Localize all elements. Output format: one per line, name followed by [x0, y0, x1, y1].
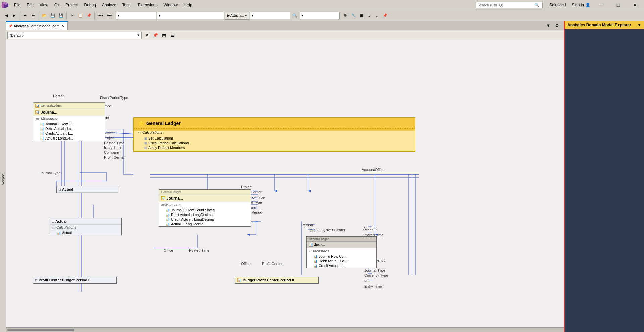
node-gl-journal-tl-measures-label: ▭ Measures [33, 116, 105, 122]
node-journal-mid-item1: 📊 Journal 0 Row Count : Integ... [159, 208, 251, 212]
attach-icon: ▶ [227, 13, 230, 18]
copy-button[interactable]: 📋 [76, 12, 85, 20]
more-button[interactable]: ‥ [373, 12, 381, 20]
menu-window[interactable]: Window [161, 2, 180, 8]
context-dropdown[interactable]: (Default) ▾ [7, 32, 142, 39]
menu-file[interactable]: File [11, 2, 23, 8]
redo2-button[interactable]: ↪▾ [105, 12, 114, 20]
actual2-icon: □ [52, 220, 54, 223]
canvas-scroll[interactable]: Person FiscalPeriodType Office Departmen… [6, 40, 564, 332]
search-input[interactable] [477, 3, 534, 7]
node-actual-1-title: Actual [62, 187, 73, 191]
journal-mid-icon: 📊 [161, 196, 165, 200]
node-actual-1[interactable]: □ Actual [56, 186, 118, 193]
paste-button[interactable]: 📌 [85, 12, 93, 20]
node-pcbp0-title: Profit Center Budget Period 0 [39, 278, 90, 282]
tab-analytics-domain-model[interactable]: 📌 AnalyticsDomainModel.adm ✕ [6, 21, 68, 30]
node-journal-mid-item2: 📊 Debit Actual : LongDecimal [159, 212, 251, 217]
node-gl-journal-tl-item3: 📊 Credit Actual : L... [33, 131, 105, 136]
tab-overflow-button[interactable]: ▼ [545, 22, 552, 30]
measure-icon-2: 📊 [40, 127, 44, 131]
label-account: Account [103, 131, 117, 135]
branch-dropdown[interactable]: ▾ [300, 12, 340, 19]
save-button[interactable]: 💾 [49, 12, 57, 20]
context-dropdown-arrow: ▾ [137, 33, 139, 37]
node-actual-2[interactable]: □ Actual ▭ Calculations 📊 Actual [50, 218, 122, 235]
toolbox-label: Toolbox [2, 172, 6, 185]
node-gl-journal-tl[interactable]: 📊 GeneralLedger 📊 Journa... ▭ Measures [33, 102, 105, 141]
node-gl-journal-br-title-bar: 📊 Jour... [307, 242, 376, 248]
horizontal-scrollbar[interactable] [6, 327, 564, 332]
sign-in-label: Sign in [572, 3, 584, 7]
wrench-button[interactable]: 🔧 [350, 12, 358, 20]
label-fiscal-period-type: FiscalPeriodType [100, 96, 128, 100]
node-gl-journal-br-title: Jour... [314, 243, 325, 247]
pin-editor-button[interactable]: 📌 [152, 32, 159, 39]
node-gl-journal-br-item3: 📊 Credit Actual : L... [307, 263, 376, 268]
label-account-office: AccountOffice [362, 168, 384, 172]
back-button[interactable]: ◀ [3, 12, 10, 20]
menu-debug[interactable]: Debug [82, 2, 99, 8]
open-button[interactable]: 📂 [40, 12, 48, 20]
maximize-button[interactable]: □ [610, 0, 626, 10]
find-button[interactable]: 🔍 [291, 12, 299, 20]
close-dropdown-button[interactable]: ✕ [143, 32, 150, 39]
undo-button[interactable]: ↩ [21, 12, 29, 20]
tab-settings-button[interactable]: ⚙ [553, 22, 561, 30]
window-controls: ─ □ ✕ [594, 0, 643, 10]
minus-icon5: ▭ [309, 249, 313, 253]
split-vertical-button[interactable]: ⬓ [169, 32, 176, 39]
jm-measure-icon-4: 📊 [166, 222, 170, 226]
analytics-explorer-title: Analytics Domain Model Explorer [567, 23, 631, 27]
attach-button[interactable]: ▶ Attach... ▾ [225, 12, 249, 20]
node-gl-journal-br[interactable]: GeneralLedger 📊 Jour... ▭ Measures 📊 [306, 236, 377, 268]
minimize-button[interactable]: ─ [594, 0, 609, 10]
label-company-center: Company [310, 229, 325, 233]
sign-in-button[interactable]: Sign in 👤 [572, 3, 590, 7]
forward-button[interactable]: ▶ [10, 12, 18, 20]
node-budget-bp0-header: 📊 Budget Profit Center Period 0 [235, 277, 318, 283]
menu-analyze[interactable]: Analyze [99, 2, 119, 8]
undo2-button[interactable]: ↩▾ [97, 12, 105, 20]
node-gl-journal-br-item1: 📊 Journal Row Co... [307, 254, 376, 259]
redo-button[interactable]: ↪ [29, 12, 37, 20]
process-dropdown[interactable]: ▾ [250, 12, 290, 19]
node-actual-1-header: □ Actual [57, 186, 118, 193]
save-all-button[interactable]: 💾 [57, 12, 65, 20]
analytics-explorer-header[interactable]: Analytics Domain Model Explorer ▼ [565, 21, 644, 29]
menu-view[interactable]: View [37, 2, 51, 8]
config-dropdown[interactable]: ▾ [116, 12, 156, 19]
target-dropdown[interactable]: ▾ [157, 12, 224, 19]
tab-close-icon[interactable]: ✕ [61, 24, 65, 28]
jm-measure-icon-3: 📊 [166, 218, 170, 221]
node-gl-calc-item2: ⊞ Fiscal Period Calculations [138, 141, 411, 145]
table-button[interactable]: ≡ [366, 12, 373, 20]
toolbox-sidebar[interactable]: Toolbox [0, 21, 6, 332]
grid-button[interactable]: ▦ [358, 12, 365, 20]
menu-tools[interactable]: Tools [120, 2, 135, 8]
menu-extensions[interactable]: Extensions [135, 2, 160, 8]
analytics-explorer-dropdown-arrow[interactable]: ▼ [637, 23, 641, 27]
split-horizontal-button[interactable]: ⬒ [160, 32, 168, 39]
node-pcbp0[interactable]: □ Profit Center Budget Period 0 [33, 277, 117, 284]
node-gl-journal-tl-item4: 📊 Actual : LongDe... [33, 136, 105, 141]
journal-icon: 📊 [35, 110, 39, 114]
menu-project[interactable]: Project [63, 2, 80, 8]
pin-button[interactable]: 📌 [381, 12, 389, 20]
settings-button[interactable]: ⚙ [342, 12, 349, 20]
node-journal-mid[interactable]: GeneralLedger 📊 Journa... ▭ Measures 📊 [159, 189, 251, 227]
node-budget-bp0[interactable]: 📊 Budget Profit Center Period 0 [235, 277, 319, 284]
scrollbar-thumb[interactable] [7, 329, 74, 331]
menu-help[interactable]: Help [181, 2, 195, 8]
menu-git[interactable]: Git [52, 2, 62, 8]
node-gl-journal-br-tag: GeneralLedger [307, 237, 376, 242]
app-logo [1, 1, 9, 9]
menu-edit[interactable]: Edit [24, 2, 36, 8]
cut-button[interactable]: ✂ [69, 12, 76, 20]
node-gl-journal-tl-item1: 📊 Journal 1 Row C... [33, 122, 105, 126]
menu-search-box[interactable]: 🔍 [476, 2, 543, 8]
canvas-content: Person FiscalPeriodType Office Departmen… [6, 40, 476, 332]
toolbar: ◀ ▶ ↩ ↪ 📂 💾 💾 ✂ 📋 📌 ↩▾ ↪▾ ▾ ▾ ▶ Attach..… [0, 10, 644, 21]
node-general-ledger[interactable]: 🌟 General Ledger ▭ Calculations ⊞ Set Ca… [133, 117, 415, 152]
close-button[interactable]: ✕ [627, 0, 643, 10]
